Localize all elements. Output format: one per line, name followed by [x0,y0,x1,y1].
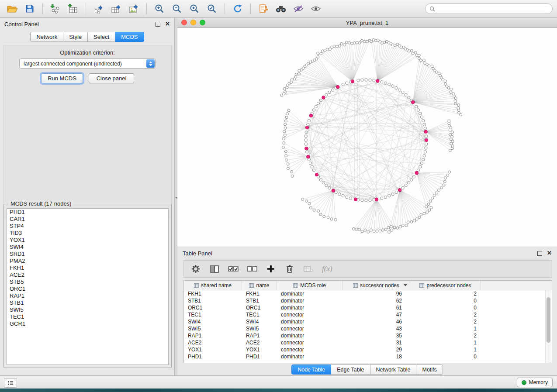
mcds-result-item[interactable]: FKH1 [7,265,168,272]
control-panel-header: Control Panel ✕ [0,18,174,30]
toolbar-separator [250,3,251,14]
table-row[interactable]: SWI4SWI4dominator462 [184,318,552,325]
table-cell: 2 [410,333,481,339]
table-cell: FKH1 [242,291,277,297]
mcds-result-item[interactable]: SWI5 [7,306,168,313]
table-row[interactable]: YOX1YOX1connector291 [184,346,552,353]
zoom-out-button[interactable] [169,2,185,16]
mcds-tab-content [3,45,172,218]
sort-dropdown-icon[interactable] [404,284,407,286]
mcds-result-item[interactable]: SRD1 [7,251,168,258]
import-table-button[interactable] [65,2,81,16]
mcds-result-item[interactable]: CAR1 [7,216,168,223]
export-network-button[interactable] [91,2,107,16]
table-cell: SWI5 [184,326,242,332]
show-all-button[interactable] [308,2,324,16]
share-network-button[interactable] [256,2,271,16]
refresh-button[interactable] [230,2,246,16]
tab-select[interactable]: Select [88,32,115,42]
mcds-result-item[interactable]: RAP1 [7,292,168,299]
mcds-result-item[interactable]: YOX1 [7,237,168,244]
mcds-result-item[interactable]: TID3 [7,230,168,237]
table-panel: Table Panel ✕ [177,247,557,375]
export-table-button[interactable] [108,2,124,16]
tab-style[interactable]: Style [63,32,88,42]
table-row[interactable]: RAP1RAP1dominator352 [184,332,552,339]
delete-column-button[interactable] [284,264,295,274]
table-scrollbar[interactable] [545,290,551,363]
zoom-in-button[interactable] [152,2,167,16]
float-panel-icon[interactable] [156,22,160,27]
mcds-result-item[interactable]: PMA2 [7,258,168,265]
close-panel-button[interactable]: Close panel [89,73,134,83]
float-panel-icon[interactable] [537,251,542,256]
network-window-titlebar[interactable]: YPA_prune.txt_1 [177,18,557,28]
close-window-icon[interactable] [181,20,187,25]
mcds-result-item[interactable]: PHD1 [7,209,168,216]
find-button[interactable] [273,2,289,16]
column-header-mcds-role[interactable]: MCDS role [277,281,343,290]
checked-boxes-icon [228,266,239,272]
mcds-result-item[interactable]: STB1 [7,299,168,306]
tab-edge-table[interactable]: Edge Table [331,364,370,375]
optimization-criterion-select[interactable]: largest connected component (undirected) [19,58,156,69]
tab-mcds[interactable]: MCDS [115,32,144,42]
table-row[interactable]: STB1STB1dominator620 [184,297,552,304]
main-toolbar [0,0,557,18]
table-row[interactable]: SWI5SWI5connector431 [184,325,552,332]
column-header-shared-name[interactable]: shared name [184,281,242,290]
mcds-result-item[interactable]: TEC1 [7,313,168,320]
table-row[interactable]: TEC1TEC1connector472 [184,311,552,318]
mcds-result-item[interactable]: STP4 [7,223,168,230]
import-network-button[interactable] [48,2,63,16]
tab-network[interactable]: Network [30,32,63,42]
mcds-result-item[interactable]: SWI4 [7,244,168,251]
column-header-predecessor-nodes[interactable]: predecessor nodes [410,281,481,290]
table-row[interactable]: ORC1ORC1dominator610 [184,304,552,311]
close-panel-icon[interactable]: ✕ [165,22,170,26]
minimize-window-icon[interactable] [190,20,196,25]
scrollbar-thumb[interactable] [547,297,550,343]
select-all-columns-button[interactable] [228,264,239,274]
hide-selected-button[interactable] [291,2,306,16]
tab-node-table[interactable]: Node Table [291,364,331,375]
search-input[interactable] [438,5,548,12]
save-session-button[interactable] [22,2,38,16]
maximize-window-icon[interactable] [200,20,205,25]
export-image-button[interactable] [126,2,142,16]
unselect-all-columns-button[interactable] [247,264,257,274]
dropdown-stepper-icon [146,59,155,68]
table-cell: dominator [277,291,343,297]
mcds-result-item[interactable]: ACE2 [7,272,168,279]
application-window: Control Panel ✕ Network Style Select MCD… [0,0,557,392]
mcds-result-item[interactable]: GCR1 [7,320,168,327]
zoom-fit-button[interactable] [187,2,202,16]
run-mcds-button[interactable]: Run MCDS [41,73,83,83]
column-header-name[interactable]: name [242,281,277,290]
memory-button[interactable]: Memory [517,378,553,387]
table-row[interactable]: FKH1FKH1dominator962 [184,290,552,297]
mcds-result-item[interactable]: ORC1 [7,285,168,292]
global-search-field[interactable] [425,3,553,14]
create-column-button[interactable] [266,264,276,274]
tab-motifs[interactable]: Motifs [416,364,443,375]
close-panel-icon[interactable]: ✕ [547,251,552,255]
tab-network-table[interactable]: Network Table [370,364,417,375]
table-cell: connector [277,347,343,353]
table-mode-button[interactable] [190,264,201,274]
table-row[interactable]: ACE2ACE2connector311 [184,339,552,346]
show-columns-button[interactable] [209,264,220,274]
table-row[interactable]: PHD1PHD1dominator180 [184,353,552,360]
mcds-result-list[interactable]: PHD1CAR1STP4TID3YOX1SWI4SRD1PMA2FKH1ACE2… [7,208,169,365]
mcds-result-item[interactable]: STB5 [7,279,168,285]
zoom-selected-button[interactable] [204,2,220,16]
table-cell: 43 [343,326,410,332]
table-cell: 96 [343,291,410,297]
network-canvas-svg[interactable] [177,28,557,247]
open-file-button[interactable] [4,2,20,16]
status-bar: Memory [0,375,557,389]
panel-menu-button[interactable] [4,378,17,388]
column-header-successor-nodes[interactable]: successor nodes [343,281,410,290]
column-label: successor nodes [360,282,399,289]
unchecked-boxes-icon [247,266,257,272]
